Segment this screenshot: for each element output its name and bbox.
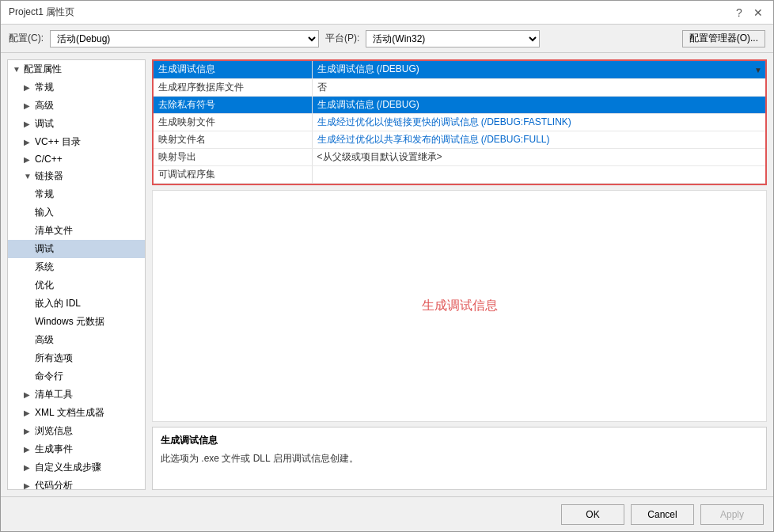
sidebar-item-linker-system[interactable]: 系统 <box>8 258 145 276</box>
props-header-col2: 生成调试信息 (/DEBUG) ▼ <box>312 61 765 78</box>
info-text: 生成调试信息 <box>422 298 498 314</box>
sidebar-label-cpp: C/C++ <box>35 154 63 165</box>
sidebar-item-linker-manifest[interactable]: 清单文件 <box>8 222 145 240</box>
sidebar-item-debug[interactable]: 调试 <box>8 115 145 133</box>
sidebar-label-linker-all-options: 所有选项 <box>35 352 73 365</box>
sidebar-item-linker-windows-metadata[interactable]: Windows 元数据 <box>8 313 145 331</box>
sidebar-label-linker-opt: 优化 <box>35 279 54 292</box>
desc-text: 此选项为 .exe 文件或 DLL 启用调试信息创建。 <box>161 452 758 466</box>
main-content: 配置属性常规高级调试VC++ 目录C/C++链接器常规输入清单文件调试系统优化嵌… <box>1 53 773 496</box>
props-row-4-col1: 映射导出 <box>154 148 312 165</box>
toolbar: 配置(C): 活动(Debug) 平台(P): 活动(Win32) 配置管理器(… <box>1 25 773 53</box>
props-row-5[interactable]: 可调试程序集 <box>154 165 765 183</box>
props-row-0-col2: 否 <box>312 78 765 96</box>
sidebar-item-linker-general[interactable]: 常规 <box>8 185 145 203</box>
props-row-4[interactable]: 映射导出 <从父级或项目默认设置继承> <box>154 148 765 165</box>
sidebar-label-debug: 调试 <box>35 117 54 131</box>
props-row-0[interactable]: 生成程序数据库文件 否 <box>154 78 765 96</box>
tree-arrow-build-events <box>24 445 35 454</box>
config-manager-button[interactable]: 配置管理器(O)... <box>682 30 765 48</box>
tree-arrow-xml-gen <box>24 408 35 417</box>
info-area: 生成调试信息 <box>152 190 767 423</box>
props-area: 生成调试信息 生成调试信息 (/DEBUG) ▼ 生成程序数据库文件 否 去除私… <box>152 59 767 185</box>
sidebar-item-build-events[interactable]: 生成事件 <box>8 440 145 458</box>
sidebar-label-custom-build: 自定义生成步骤 <box>35 461 101 474</box>
props-header-row: 生成调试信息 生成调试信息 (/DEBUG) ▼ <box>154 61 765 78</box>
props-row-1[interactable]: 去除私有符号 生成调试信息 (/DEBUG) <box>154 96 765 113</box>
props-row-2-col2: 生成经过优化以使链接更快的调试信息 (/DEBUG:FASTLINK) <box>312 113 765 131</box>
sidebar-item-linker-opt[interactable]: 优化 <box>8 276 145 294</box>
left-panel: 配置属性常规高级调试VC++ 目录C/C++链接器常规输入清单文件调试系统优化嵌… <box>7 59 146 490</box>
props-header-col1: 生成调试信息 <box>154 61 312 78</box>
sidebar-label-linker-input: 输入 <box>35 206 54 219</box>
sidebar-item-linker-input[interactable]: 输入 <box>8 203 145 222</box>
ok-button[interactable]: OK <box>561 504 624 525</box>
tree-arrow-general <box>24 83 35 92</box>
tree-arrow-config-props <box>13 65 24 74</box>
sidebar-item-linker-embedded-idl[interactable]: 嵌入的 IDL <box>8 294 145 313</box>
sidebar-item-linker-advanced[interactable]: 高级 <box>8 331 145 349</box>
tree-arrow-debug <box>24 120 35 128</box>
sidebar-item-vc-dirs[interactable]: VC++ 目录 <box>8 133 145 151</box>
config-label: 配置(C): <box>9 32 44 45</box>
tree-arrow-vc-dirs <box>24 138 35 146</box>
config-select[interactable]: 活动(Debug) <box>50 30 319 48</box>
props-row-3-col1: 映射文件名 <box>154 131 312 148</box>
props-row-5-col1: 可调试程序集 <box>154 165 312 183</box>
sidebar-item-manifest-tool[interactable]: 清单工具 <box>8 386 145 404</box>
platform-select[interactable]: 活动(Win32) <box>366 30 540 48</box>
sidebar-label-general: 常规 <box>35 81 54 94</box>
tree-arrow-browser-info <box>24 427 35 435</box>
sidebar-label-advanced: 高级 <box>35 99 54 112</box>
sidebar-item-advanced[interactable]: 高级 <box>8 97 145 115</box>
apply-button[interactable]: Apply <box>700 504 764 525</box>
tree-arrow-custom-build <box>24 463 35 472</box>
tree-arrow-code-analysis <box>24 481 35 490</box>
sidebar-item-custom-build[interactable]: 自定义生成步骤 <box>8 458 145 477</box>
title-bar-buttons: ? ✕ <box>732 6 765 20</box>
sidebar-item-linker-all-options[interactable]: 所有选项 <box>8 349 145 367</box>
bottom-bar: OK Cancel Apply <box>1 496 773 531</box>
sidebar-item-xml-gen[interactable]: XML 文档生成器 <box>8 404 145 422</box>
platform-label: 平台(P): <box>325 32 359 45</box>
sidebar-label-config-props: 配置属性 <box>24 63 62 76</box>
sidebar-label-linker-system: 系统 <box>35 260 54 274</box>
tree-arrow-advanced <box>24 101 35 110</box>
sidebar-label-linker-advanced: 高级 <box>35 333 54 347</box>
props-row-3[interactable]: 映射文件名 生成经过优化以共享和发布的调试信息 (/DEBUG:FULL) <box>154 131 765 148</box>
tree-arrow-linker <box>24 172 35 180</box>
sidebar-item-browser-info[interactable]: 浏览信息 <box>8 422 145 440</box>
sidebar-item-linker-cmdline[interactable]: 命令行 <box>8 367 145 386</box>
title-bar: Project1 属性页 ? ✕ <box>1 1 773 25</box>
props-row-4-col2: <从父级或项目默认设置继承> <box>312 148 765 165</box>
props-row-1-col2: 生成调试信息 (/DEBUG) <box>312 96 765 113</box>
sidebar-label-manifest-tool: 清单工具 <box>35 388 73 401</box>
sidebar-label-linker-general: 常规 <box>35 188 54 201</box>
sidebar-label-build-events: 生成事件 <box>35 443 73 456</box>
props-row-1-col1: 去除私有符号 <box>154 96 312 113</box>
sidebar-item-linker-debug[interactable]: 调试 <box>8 240 145 258</box>
sidebar-label-linker-cmdline: 命令行 <box>35 370 63 383</box>
sidebar-item-code-analysis[interactable]: 代码分析 <box>8 477 145 490</box>
right-panel: 生成调试信息 生成调试信息 (/DEBUG) ▼ 生成程序数据库文件 否 去除私… <box>152 59 767 490</box>
dropdown-arrow-icon[interactable]: ▼ <box>754 65 762 74</box>
tree-arrow-cpp <box>24 155 35 164</box>
close-button[interactable]: ✕ <box>751 6 765 20</box>
sidebar-label-linker-manifest: 清单文件 <box>35 224 73 238</box>
help-button[interactable]: ? <box>732 6 746 20</box>
props-row-5-col2 <box>312 165 765 183</box>
sidebar-label-linker-windows-metadata: Windows 元数据 <box>35 315 104 329</box>
dialog: Project1 属性页 ? ✕ 配置(C): 活动(Debug) 平台(P):… <box>0 0 774 532</box>
sidebar-item-general[interactable]: 常规 <box>8 78 145 97</box>
desc-area: 生成调试信息 此选项为 .exe 文件或 DLL 启用调试信息创建。 <box>152 427 767 490</box>
sidebar-label-xml-gen: XML 文档生成器 <box>35 406 104 420</box>
sidebar-item-config-props[interactable]: 配置属性 <box>8 60 145 78</box>
sidebar-item-cpp[interactable]: C/C++ <box>8 151 145 167</box>
props-row-0-col1: 生成程序数据库文件 <box>154 78 312 96</box>
props-row-2-col1: 生成映射文件 <box>154 113 312 131</box>
sidebar-item-linker[interactable]: 链接器 <box>8 167 145 185</box>
tree-arrow-manifest-tool <box>24 390 35 399</box>
sidebar-label-linker-embedded-idl: 嵌入的 IDL <box>35 297 81 310</box>
props-row-2[interactable]: 生成映射文件 生成经过优化以使链接更快的调试信息 (/DEBUG:FASTLIN… <box>154 113 765 131</box>
cancel-button[interactable]: Cancel <box>631 504 694 525</box>
